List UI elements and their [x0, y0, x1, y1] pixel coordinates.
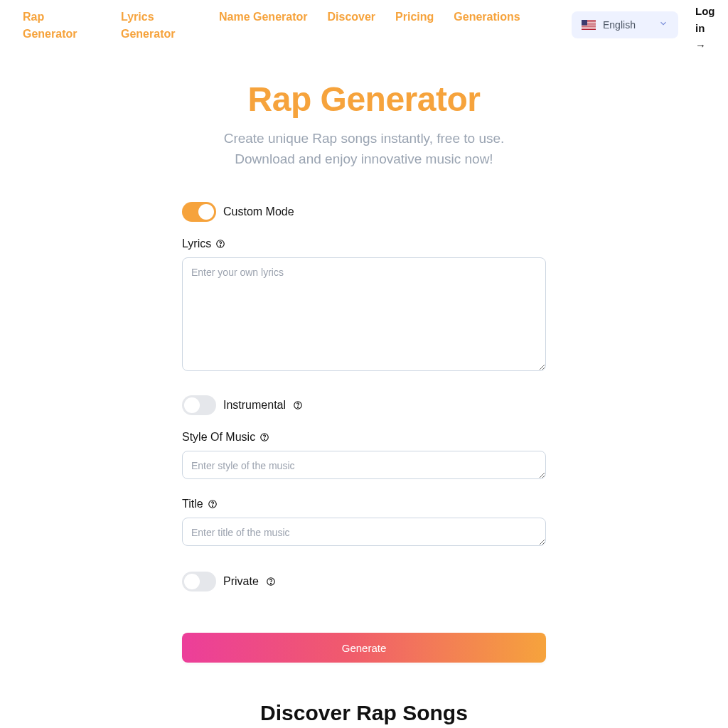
generate-button[interactable]: Generate — [182, 633, 546, 663]
help-circle-icon[interactable] — [259, 432, 269, 442]
login-link[interactable]: Log in → — [695, 3, 717, 54]
title-label: Title — [182, 498, 546, 510]
lyrics-input[interactable] — [182, 257, 546, 371]
flag-us-icon — [582, 20, 596, 30]
subtitle-line-1: Create unique Rap songs instantly, free … — [224, 131, 505, 146]
chevron-down-icon — [658, 18, 668, 31]
private-label: Private — [223, 575, 259, 588]
help-circle-icon[interactable] — [266, 577, 276, 587]
nav-name-generator[interactable]: Name Generator — [219, 9, 308, 26]
svg-rect-7 — [582, 20, 587, 26]
custom-mode-label: Custom Mode — [223, 205, 294, 218]
nav-discover[interactable]: Discover — [328, 9, 376, 26]
style-label-text: Style Of Music — [182, 431, 255, 444]
language-label: English — [603, 19, 651, 31]
svg-rect-4 — [582, 26, 596, 26]
language-select[interactable]: English — [572, 11, 678, 38]
instrumental-toggle[interactable] — [182, 395, 216, 415]
help-circle-icon[interactable] — [293, 400, 303, 410]
svg-rect-6 — [582, 28, 596, 29]
nav-lyrics-generator[interactable]: Lyrics Generator — [121, 9, 199, 43]
nav-rap-generator[interactable]: Rap Generator — [23, 9, 101, 43]
style-label: Style Of Music — [182, 431, 546, 444]
help-circle-icon[interactable] — [215, 239, 225, 249]
top-nav: Rap Generator Lyrics Generator Name Gene… — [0, 0, 728, 51]
lyrics-label: Lyrics — [182, 237, 546, 250]
style-input[interactable] — [182, 451, 546, 479]
help-circle-icon[interactable] — [208, 499, 218, 509]
private-toggle[interactable] — [182, 572, 216, 592]
svg-point-9 — [220, 245, 221, 246]
title-label-text: Title — [182, 498, 203, 510]
page-title: Rap Generator — [0, 80, 728, 119]
generator-form: Custom Mode Lyrics Instrumental Style Of… — [182, 202, 546, 663]
instrumental-label: Instrumental — [223, 399, 286, 412]
nav-generations[interactable]: Generations — [454, 9, 520, 26]
svg-point-15 — [212, 505, 213, 506]
svg-point-13 — [264, 439, 265, 439]
page-subtitle: Create unique Rap songs instantly, free … — [0, 129, 728, 169]
discover-heading: Discover Rap Songs — [0, 701, 728, 725]
title-input[interactable] — [182, 518, 546, 546]
custom-mode-toggle[interactable] — [182, 202, 216, 222]
svg-rect-5 — [582, 27, 596, 28]
subtitle-line-2: Download and enjoy innovative music now! — [235, 151, 493, 166]
hero: Rap Generator Create unique Rap songs in… — [0, 80, 728, 169]
lyrics-label-text: Lyrics — [182, 237, 211, 250]
nav-pricing[interactable]: Pricing — [395, 9, 434, 26]
svg-point-17 — [270, 583, 271, 584]
svg-point-11 — [298, 407, 299, 407]
